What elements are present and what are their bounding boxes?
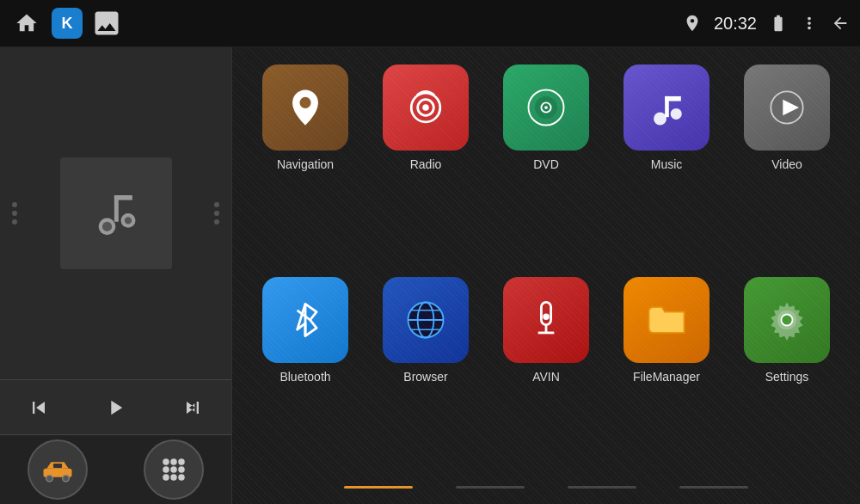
browser-icon: [383, 277, 469, 363]
prev-button[interactable]: [22, 390, 56, 425]
menu-dots-icon[interactable]: [800, 14, 819, 33]
battery-icon: [769, 14, 788, 33]
svg-marker-33: [298, 304, 316, 335]
app-radio[interactable]: Radio: [370, 65, 482, 261]
app-filemanager[interactable]: FileManager: [611, 277, 722, 474]
svg-rect-9: [53, 464, 62, 468]
location-icon: [683, 14, 702, 33]
status-right: 20:32: [683, 14, 850, 34]
status-left: K: [10, 7, 122, 40]
svg-point-3: [124, 217, 131, 224]
svg-point-26: [544, 106, 548, 109]
page-dot-2[interactable]: [456, 486, 525, 489]
music-controls: [0, 379, 231, 435]
svg-rect-30: [665, 96, 681, 101]
status-time: 20:32: [714, 14, 757, 34]
svg-point-12: [178, 458, 185, 465]
svg-point-15: [178, 466, 185, 473]
avin-icon: [503, 277, 589, 363]
navigation-icon: [262, 65, 348, 151]
browser-label: Browser: [403, 370, 447, 384]
music-art: [0, 47, 231, 379]
settings-label: Settings: [765, 370, 809, 384]
bottom-buttons: [0, 435, 231, 504]
app-avin[interactable]: AVIN: [490, 277, 602, 474]
home-button[interactable]: [10, 7, 43, 40]
bluetooth-label: Bluetooth: [280, 370, 330, 384]
main-content: Navigation Radio: [0, 47, 860, 504]
svg-point-44: [543, 313, 549, 319]
app-grid: Navigation Radio: [249, 65, 843, 473]
music-icon: [624, 65, 710, 151]
svg-point-1: [101, 222, 111, 231]
svg-point-7: [46, 475, 53, 482]
svg-point-28: [671, 108, 682, 120]
app-dvd[interactable]: DVD: [490, 65, 602, 261]
app-video[interactable]: Video: [731, 65, 843, 261]
svg-point-22: [422, 104, 428, 110]
radio-label: Radio: [410, 157, 442, 171]
album-art: [60, 157, 172, 269]
svg-point-10: [163, 458, 169, 465]
speaker-right: [214, 202, 219, 224]
page-dot-3[interactable]: [568, 486, 636, 489]
svg-point-18: [178, 474, 185, 481]
avin-label: AVIN: [532, 370, 560, 384]
app-settings[interactable]: Settings: [731, 277, 843, 474]
page-indicators: [249, 478, 843, 495]
car-button[interactable]: [28, 439, 88, 500]
filemanager-label: FileManager: [633, 370, 700, 384]
back-icon[interactable]: [831, 14, 850, 33]
svg-point-16: [163, 474, 169, 481]
filemanager-icon: [624, 277, 710, 363]
svg-point-17: [170, 474, 177, 481]
bluetooth-icon: [262, 277, 348, 363]
page-dot-1[interactable]: [344, 486, 413, 489]
navigation-label: Navigation: [277, 157, 334, 171]
svg-point-13: [163, 466, 169, 473]
left-panel: [0, 47, 232, 504]
page-dot-4[interactable]: [679, 486, 748, 489]
svg-point-27: [654, 113, 666, 126]
app-navigation[interactable]: Navigation: [249, 65, 361, 261]
svg-point-19: [299, 97, 310, 108]
app-browser[interactable]: Browser: [370, 277, 482, 474]
dvd-label: DVD: [533, 157, 559, 171]
speaker-left: [12, 202, 17, 224]
next-button[interactable]: [175, 390, 210, 425]
photo-icon[interactable]: [91, 8, 122, 39]
radio-icon: [383, 65, 469, 151]
right-panel: Navigation Radio: [232, 47, 860, 504]
video-label: Video: [771, 157, 802, 171]
svg-rect-5: [114, 195, 132, 200]
svg-point-45: [782, 315, 791, 324]
svg-rect-41: [541, 302, 550, 324]
svg-point-11: [170, 458, 177, 465]
svg-point-14: [170, 466, 177, 473]
app-bluetooth[interactable]: Bluetooth: [249, 277, 361, 474]
dvd-icon: [503, 65, 589, 151]
settings-icon: [744, 277, 830, 363]
svg-point-8: [63, 475, 70, 482]
apps-button[interactable]: [144, 439, 204, 500]
music-label: Music: [651, 157, 683, 171]
play-button[interactable]: [98, 390, 132, 425]
k-app-icon[interactable]: K: [52, 8, 83, 39]
status-bar: K 20:32: [0, 0, 860, 47]
video-icon: [744, 65, 830, 151]
app-music[interactable]: Music: [611, 65, 722, 261]
